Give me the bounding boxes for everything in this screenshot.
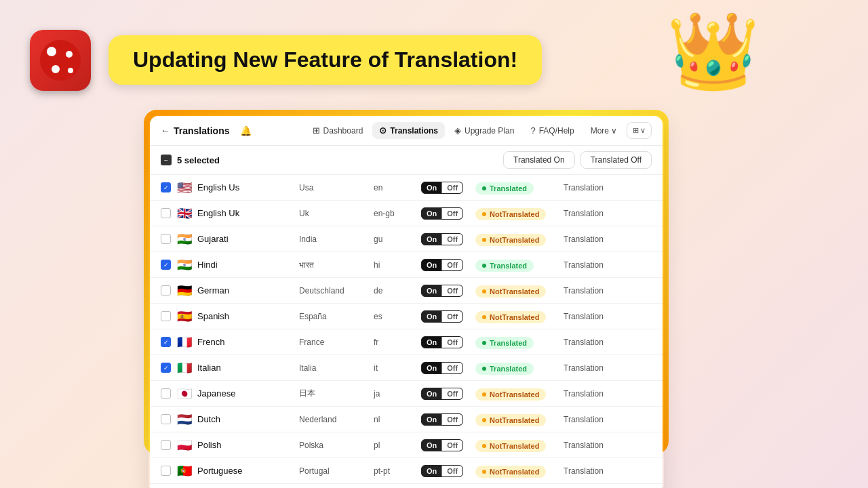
row-action[interactable]: Translation — [564, 235, 625, 244]
translated-off-button[interactable]: Translated Off — [580, 151, 652, 169]
row-language-code: en-gb — [374, 209, 421, 218]
toggle-on-button[interactable]: On — [422, 285, 441, 296]
toggle-off-button[interactable]: Off — [441, 388, 462, 399]
row-checkbox[interactable] — [161, 285, 171, 296]
row-toggle[interactable]: On Off — [421, 284, 475, 297]
toggle-on-button[interactable]: On — [422, 182, 441, 193]
row-region: India — [299, 235, 374, 244]
toggle-off-button[interactable]: Off — [441, 466, 462, 476]
row-checkbox-cell — [161, 311, 177, 321]
row-language-name: English Uk — [197, 208, 299, 218]
row-checkbox[interactable] — [161, 311, 171, 321]
row-toggle[interactable]: On Off — [421, 232, 475, 245]
row-toggle[interactable]: On Off — [421, 464, 475, 477]
nav-more-button[interactable]: More ∨ — [584, 123, 624, 139]
back-arrow-icon: ← — [161, 125, 170, 136]
row-language-name: Spanish — [197, 311, 299, 321]
row-checkbox[interactable] — [161, 440, 171, 450]
nav-bar: ← Translations 🔔 ⊞ Dashboard ⊙ Translati… — [150, 116, 663, 146]
row-action[interactable]: Translation — [564, 415, 625, 424]
toggle-on-button[interactable]: On — [422, 234, 441, 245]
toggle-off-button[interactable]: Off — [441, 260, 462, 270]
nav-item-translations[interactable]: ⊙ Translations — [372, 122, 445, 139]
status-dot — [482, 186, 486, 190]
row-toggle[interactable]: On Off — [421, 413, 475, 426]
row-toggle[interactable]: On Off — [421, 207, 475, 220]
toggle-on-button[interactable]: On — [422, 337, 441, 348]
nav-item-faq[interactable]: ? FAQ/Help — [524, 122, 580, 139]
row-region: Deutschland — [299, 286, 374, 296]
row-action[interactable]: Translation — [564, 312, 625, 321]
status-badge: NotTranslated — [475, 234, 546, 246]
row-status: Translated — [475, 181, 564, 195]
row-region: 日本 — [299, 388, 374, 399]
status-badge: NotTranslated — [475, 208, 546, 220]
row-action[interactable]: Translation — [564, 338, 625, 347]
toggle-off-button[interactable]: Off — [441, 234, 462, 245]
toggle-on-button[interactable]: On — [422, 388, 441, 399]
nav-back-button[interactable]: ← Translations — [161, 125, 229, 136]
row-action[interactable]: Translation — [564, 363, 625, 373]
toggle-on-button[interactable]: On — [422, 414, 441, 425]
toggle-off-button[interactable]: Off — [441, 311, 462, 322]
toggle-on-button[interactable]: On — [422, 466, 441, 476]
row-status: NotTranslated — [475, 464, 564, 478]
toggle-on-button[interactable]: On — [422, 311, 441, 322]
toggle-on-button[interactable]: On — [422, 260, 441, 270]
table-row: 🇯🇵 Japanese 日本 ja On Off NotTranslated T… — [150, 381, 663, 407]
row-language-code: en — [374, 183, 421, 192]
nav-item-upgrade[interactable]: ◈ Upgrade Plan — [448, 122, 521, 139]
row-toggle[interactable]: On Off — [421, 439, 475, 451]
row-flag: 🇮🇹 — [177, 361, 197, 375]
row-language-code: pl — [374, 441, 421, 450]
toggle-on-button[interactable]: On — [422, 208, 441, 219]
status-badge: NotTranslated — [475, 388, 546, 401]
row-action[interactable]: Translation — [564, 466, 625, 476]
row-checkbox[interactable]: ✓ — [161, 363, 171, 373]
translated-on-button[interactable]: Translated On — [503, 151, 575, 169]
toggle-on-button[interactable]: On — [422, 440, 441, 451]
status-dot — [482, 289, 486, 293]
row-action[interactable]: Translation — [564, 286, 625, 296]
row-checkbox[interactable] — [161, 208, 171, 218]
toggle-off-button[interactable]: Off — [441, 337, 462, 348]
row-region: Portugal — [299, 466, 374, 476]
toggle-on-button[interactable]: On — [422, 363, 441, 373]
row-action[interactable]: Translation — [564, 441, 625, 450]
toggle-off-button[interactable]: Off — [441, 440, 462, 451]
row-action[interactable]: Translation — [564, 183, 625, 192]
header-banner: Updating New Feature of Translation! — [108, 35, 542, 85]
row-checkbox[interactable]: ✓ — [161, 182, 171, 192]
toggle-off-button[interactable]: Off — [441, 414, 462, 425]
row-toggle[interactable]: On Off — [421, 387, 475, 400]
row-toggle[interactable]: On Off — [421, 258, 475, 271]
row-toggle[interactable]: On Off — [421, 361, 475, 374]
row-action[interactable]: Translation — [564, 389, 625, 399]
toggle-off-button[interactable]: Off — [441, 363, 462, 373]
toggle-off-button[interactable]: Off — [441, 285, 462, 296]
row-toggle[interactable]: On Off — [421, 336, 475, 348]
row-action[interactable]: Translation — [564, 209, 625, 218]
nav-grid-button[interactable]: ⊞ ∨ — [627, 122, 652, 139]
nav-item-dashboard[interactable]: ⊞ Dashboard — [306, 122, 370, 139]
status-dot — [482, 264, 486, 268]
row-checkbox[interactable]: ✓ — [161, 337, 171, 347]
row-checkbox[interactable] — [161, 388, 171, 399]
toggle-off-button[interactable]: Off — [441, 208, 462, 219]
bell-icon[interactable]: 🔔 — [240, 125, 252, 136]
row-checkbox[interactable] — [161, 466, 171, 476]
row-action[interactable]: Translation — [564, 260, 625, 270]
row-checkbox[interactable] — [161, 234, 171, 244]
row-checkbox[interactable]: ✓ — [161, 260, 171, 270]
status-badge: Translated — [475, 260, 534, 272]
status-badge: NotTranslated — [475, 285, 546, 298]
row-toggle[interactable]: On Off — [421, 181, 475, 194]
row-toggle[interactable]: On Off — [421, 310, 475, 323]
nav-title: Translations — [174, 125, 229, 136]
row-checkbox[interactable] — [161, 414, 171, 424]
status-dot — [482, 367, 486, 371]
toggle-off-button[interactable]: Off — [441, 182, 462, 193]
crown-decoration: 👑 — [667, 14, 760, 88]
upgrade-icon: ◈ — [454, 125, 461, 136]
select-all-checkbox[interactable]: − — [161, 155, 172, 165]
